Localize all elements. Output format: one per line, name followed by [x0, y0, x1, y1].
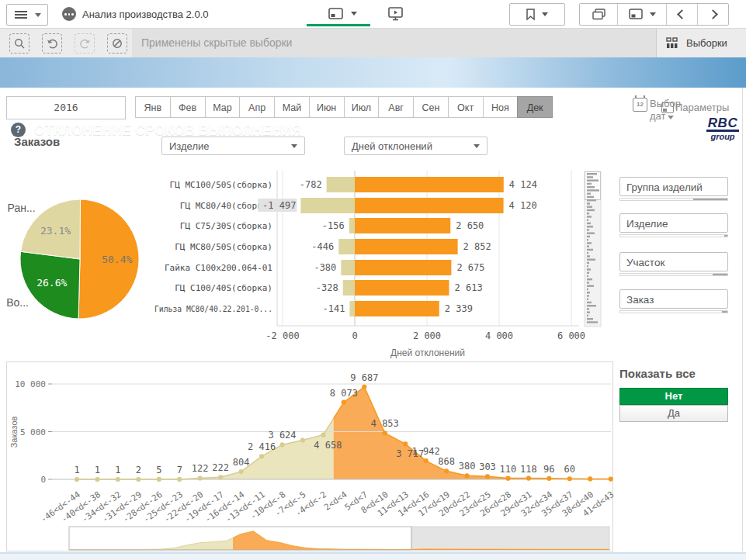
month-button-Май[interactable]: Май [274, 96, 310, 118]
sheet-header: ? ОТКЛОНЕНИЕ СРОКОВ ВЫПОЛНЕНИЯ RBC group [0, 57, 746, 88]
x-tick-label: 0 [352, 330, 357, 341]
bar-positive[interactable] [355, 301, 439, 316]
redo-arrow-icon [79, 39, 91, 49]
data-point[interactable] [136, 477, 141, 482]
month-button-Фев[interactable]: Фев [170, 96, 206, 118]
bar-positive[interactable] [355, 239, 458, 254]
next-sheet-button[interactable] [697, 4, 728, 25]
month-button-Окт[interactable]: Окт [448, 96, 484, 118]
data-point[interactable] [526, 475, 531, 480]
filter-box-3[interactable]: Участок [619, 252, 728, 271]
point-label: 2 [136, 465, 141, 475]
month-button-Авг[interactable]: Авг [378, 96, 414, 118]
bar-positive[interactable] [355, 260, 451, 275]
filter-box-2[interactable]: Изделие [619, 213, 728, 233]
redo-selection-button[interactable] [75, 33, 95, 54]
measure-dropdown[interactable]: Дней отклонений [344, 137, 488, 155]
data-point[interactable] [218, 475, 223, 479]
smart-search-button[interactable] [9, 33, 29, 54]
bar-negative[interactable] [300, 198, 355, 213]
bar-value-label: -328 [316, 282, 338, 293]
filter-box-1[interactable]: Группа изделий [619, 177, 728, 196]
data-point[interactable] [546, 476, 551, 481]
month-button-Янв[interactable]: Янв [135, 96, 171, 118]
undo-selection-button[interactable] [42, 33, 62, 54]
parameters-icon [661, 102, 674, 113]
show-all-option-Нет[interactable]: Нет [619, 388, 728, 405]
chevron-down-icon [35, 13, 41, 17]
dimension-dropdown[interactable]: Изделие [161, 137, 305, 155]
filter-scrollbar[interactable] [619, 273, 728, 276]
data-point[interactable] [95, 477, 99, 482]
deviation-distribution-container: 05 00010 0001-46<d<-441-40<d<-381-34<d<-… [6, 361, 613, 551]
navigator-excluded-range[interactable] [411, 527, 609, 550]
show-all-option-Да[interactable]: Да [619, 405, 728, 422]
data-point[interactable] [116, 477, 120, 482]
month-button-Мар[interactable]: Мар [205, 96, 241, 118]
data-point[interactable] [383, 430, 387, 435]
bar-positive[interactable] [355, 177, 504, 192]
bar-positive[interactable] [355, 198, 504, 213]
data-point[interactable] [567, 476, 572, 481]
sheet-selector-button[interactable] [617, 4, 666, 25]
filter-scrollbar[interactable] [619, 310, 728, 313]
minimap-bar [587, 262, 589, 264]
data-point[interactable] [198, 475, 203, 480]
chevron-down-icon [668, 116, 674, 119]
minimap-window[interactable] [585, 172, 601, 200]
bar-negative[interactable] [349, 301, 355, 316]
bar-positive[interactable] [355, 280, 449, 296]
data-point[interactable] [279, 442, 284, 447]
data-point[interactable] [403, 441, 408, 446]
bar-negative[interactable] [341, 260, 355, 275]
data-point[interactable] [321, 433, 325, 437]
data-point[interactable] [609, 476, 613, 481]
previous-sheet-button[interactable] [666, 4, 697, 25]
pie-percent-label: 50.4% [102, 254, 132, 265]
data-point[interactable] [342, 400, 346, 405]
data-point[interactable] [505, 476, 510, 481]
dimension-dropdown-value: Изделие [169, 140, 209, 152]
month-button-Июн[interactable]: Июн [309, 96, 345, 118]
bar-negative[interactable] [349, 218, 355, 233]
data-point[interactable] [157, 477, 161, 482]
month-button-Июл[interactable]: Июл [344, 96, 380, 118]
bar-negative[interactable] [338, 239, 355, 254]
year-filter[interactable]: 2016 [6, 96, 126, 119]
data-point[interactable] [239, 469, 244, 474]
sheet-chevron-down-icon[interactable] [351, 12, 357, 16]
data-point[interactable] [424, 458, 429, 463]
sheet-overview-button[interactable] [580, 4, 617, 25]
data-point[interactable] [259, 454, 264, 458]
parameters-button[interactable]: Параметры [661, 102, 729, 113]
data-point[interactable] [75, 477, 79, 482]
month-button-Ноя[interactable]: Ноя [483, 96, 519, 118]
data-point[interactable] [177, 477, 182, 482]
point-label: 5 [156, 465, 161, 475]
main-menu-button[interactable] [6, 4, 48, 26]
data-point[interactable] [485, 474, 490, 479]
data-point[interactable] [300, 437, 305, 442]
filter-scrollbar[interactable] [619, 198, 728, 201]
data-point[interactable] [362, 385, 366, 389]
data-point[interactable] [464, 473, 469, 478]
bar-negative[interactable] [343, 280, 355, 296]
bar-category-label: ГЦ МС80/50S(сборка) [175, 242, 272, 252]
data-point[interactable] [588, 476, 592, 481]
month-button-Сен[interactable]: Сен [413, 96, 449, 118]
current-sheet-icon[interactable] [328, 8, 344, 20]
filter-box-4[interactable]: Заказ [619, 289, 728, 309]
selections-tool-button[interactable]: Выборки [656, 29, 746, 57]
filter-scrollbar[interactable] [619, 234, 728, 237]
storytelling-icon[interactable] [388, 7, 404, 21]
bookmarks-button[interactable] [509, 3, 565, 26]
month-button-Дек[interactable]: Дек [517, 96, 553, 118]
bar-negative[interactable] [327, 177, 355, 192]
panel-divider [742, 88, 743, 551]
data-point[interactable] [444, 468, 449, 473]
qlik-dashboard: Анализ производства 2.0.0 [0, 0, 746, 560]
bar-positive[interactable] [355, 218, 450, 233]
month-button-Апр[interactable]: Апр [239, 96, 275, 118]
clear-selections-button[interactable] [107, 33, 127, 54]
point-label: 96 [543, 464, 554, 475]
